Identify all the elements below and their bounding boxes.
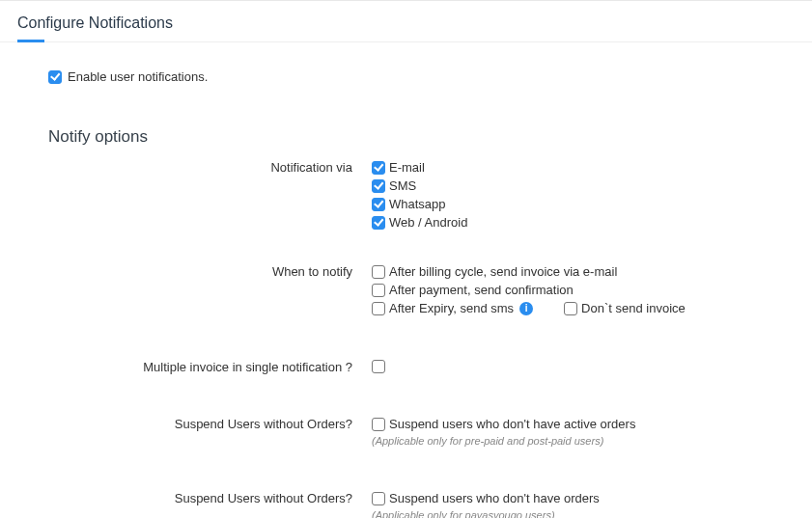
when-to-notify-row: When to notify After billing cycle, send… <box>48 262 764 319</box>
when-to-notify-options: After billing cycle, send invoice via e-… <box>372 262 764 319</box>
enable-notifications-label[interactable]: Enable user notifications. <box>68 69 208 84</box>
dont-send-invoice-checkbox[interactable] <box>564 302 577 315</box>
suspend-any-orders-hint: (Applicable only for payasyougo users) <box>372 509 555 518</box>
via-email-label[interactable]: E-mail <box>389 160 425 175</box>
after-payment-checkbox[interactable] <box>372 284 385 297</box>
suspend-any-orders-checkbox[interactable] <box>372 492 385 505</box>
panel-header: Configure Notifications <box>0 1 812 42</box>
dont-send-invoice-label[interactable]: Don`t send invoice <box>581 301 686 315</box>
notification-via-row: Notification via E-mail SMS Whatsapp Web… <box>48 158 764 233</box>
info-icon[interactable]: i <box>519 302 533 315</box>
suspend-active-orders-row: Suspend Users without Orders? Suspend us… <box>48 415 764 450</box>
suspend-active-orders-hint: (Applicable only for pre-paid and post-p… <box>372 435 603 447</box>
suspend-any-orders-option-label[interactable]: Suspend users who don't have orders <box>389 491 600 505</box>
suspend-active-orders-option-label[interactable]: Suspend users who don't have active orde… <box>389 417 635 431</box>
enable-notifications-row: Enable user notifications. <box>48 69 764 84</box>
via-whatsapp-label[interactable]: Whatsapp <box>389 197 446 211</box>
after-payment-label[interactable]: After payment, send confirmation <box>389 283 574 297</box>
notify-options-heading: Notify options <box>48 127 764 147</box>
configure-notifications-panel: Configure Notifications Enable user noti… <box>0 0 812 518</box>
via-email-checkbox[interactable] <box>372 161 385 175</box>
page-title: Configure Notifications <box>17 14 795 32</box>
multiple-invoice-row: Multiple invoice in single notification … <box>48 358 764 376</box>
multiple-invoice-checkbox[interactable] <box>372 360 385 373</box>
via-sms-label[interactable]: SMS <box>389 178 416 193</box>
after-expiry-label[interactable]: After Expiry, send sms <box>389 301 514 315</box>
panel-body: Enable user notifications. Notify option… <box>0 42 812 518</box>
suspend-active-orders-checkbox[interactable] <box>372 418 385 431</box>
suspend-active-orders-control: Suspend users who don't have active orde… <box>372 415 764 450</box>
via-web-android-checkbox[interactable] <box>372 216 385 230</box>
via-whatsapp-checkbox[interactable] <box>372 198 385 211</box>
suspend-any-orders-control: Suspend users who don't have orders (App… <box>372 489 764 518</box>
via-web-android-label[interactable]: Web / Android <box>389 215 467 230</box>
suspend-any-orders-label: Suspend Users without Orders? <box>48 489 372 505</box>
enable-notifications-checkbox[interactable] <box>48 70 62 84</box>
via-sms-checkbox[interactable] <box>372 179 385 193</box>
multiple-invoice-label: Multiple invoice in single notification … <box>48 358 372 374</box>
multiple-invoice-control <box>372 358 764 376</box>
suspend-active-orders-label: Suspend Users without Orders? <box>48 415 372 431</box>
when-to-notify-label: When to notify <box>48 262 372 279</box>
suspend-any-orders-row: Suspend Users without Orders? Suspend us… <box>48 489 764 518</box>
after-billing-checkbox[interactable] <box>372 265 385 279</box>
after-billing-label[interactable]: After billing cycle, send invoice via e-… <box>389 264 617 279</box>
notification-via-label: Notification via <box>48 158 372 175</box>
after-expiry-checkbox[interactable] <box>372 302 385 315</box>
notification-via-options: E-mail SMS Whatsapp Web / Android <box>372 158 764 233</box>
